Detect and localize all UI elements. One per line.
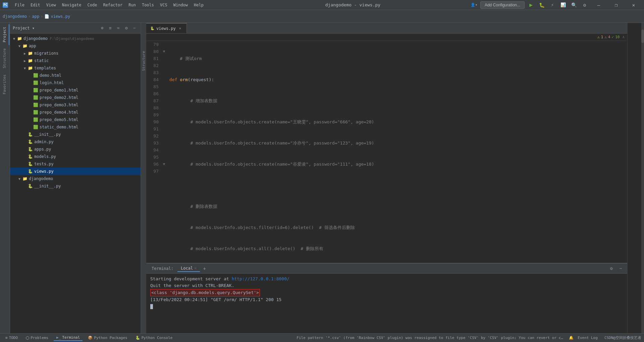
tree-item-login-html[interactable]: 🟩 login.html (10, 79, 141, 87)
py-init-file-icon: 🐍 (28, 132, 33, 137)
terminal-header: Terminal: Local ✕ + ⚙ − (146, 264, 627, 274)
html-file-icon: 🟩 (33, 88, 38, 93)
terminal-line-server: Starting development server at http://12… (150, 276, 623, 282)
minimize-button[interactable]: — (591, 0, 606, 10)
menu-vcs[interactable]: VCS (157, 2, 170, 8)
tree-item-prepo5[interactable]: 🟩 prepo_demo5.html (10, 116, 141, 123)
menu-edit[interactable]: Edit (28, 2, 43, 8)
folder-icon: 📁 (28, 58, 33, 63)
terminal-minimize-icon[interactable]: − (617, 265, 625, 272)
menu-refactor[interactable]: Refactor (100, 2, 125, 8)
collapse-all-icon[interactable]: ≂ (115, 25, 122, 32)
tab-close-button[interactable]: ✕ (178, 26, 182, 31)
terminal-body[interactable]: Starting development server at http://12… (146, 274, 627, 333)
tree-path: F:\Django\djangodemo (50, 37, 94, 41)
status-tab-console[interactable]: 🐍 Python Console (133, 335, 175, 341)
fold-btn-79[interactable] (161, 41, 167, 48)
tree-label: apps.py (34, 147, 51, 152)
structure-tab[interactable]: Structure (141, 50, 147, 72)
tree-item-models[interactable]: 🐍 models.py (10, 153, 141, 160)
tree-arrow: ▼ (11, 36, 17, 41)
code-content[interactable]: # 测试orm def orm(request): # 增加表数据 # mode… (167, 41, 627, 263)
tree-item-init-django[interactable]: 🐍 __init__.py (10, 182, 141, 190)
profile-button[interactable]: 📊 (559, 1, 568, 9)
tree-item-djangodemo-root[interactable]: ▼ 📁 djangodemo F:\Django\djangodemo (10, 35, 141, 42)
tree-item-tests[interactable]: 🐍 tests.py (10, 160, 141, 168)
problems-icon (26, 336, 29, 340)
breadcrumb-project[interactable]: djangodemo (3, 14, 27, 19)
tree-item-migrations[interactable]: ▶ 📁 migrations (10, 50, 141, 57)
tree-item-admin[interactable]: 🐍 admin.py (10, 138, 141, 146)
breadcrumb-app[interactable]: app (32, 14, 39, 19)
search-everywhere-button[interactable]: 🔍 (570, 1, 578, 9)
menu-bar: File Edit View Navigate Code Refactor Ru… (12, 2, 206, 8)
debug-button[interactable]: 🐛 (537, 1, 546, 9)
tree-item-prepo4[interactable]: 🟩 prepo_demo4.html (10, 109, 141, 116)
add-configuration-button[interactable]: Add Configuration... (480, 1, 525, 9)
event-log-icon[interactable]: 🔔 (569, 336, 574, 340)
terminal-settings-icon[interactable]: ⚙ (608, 265, 615, 272)
tree-item-app[interactable]: ▼ 📁 app (10, 42, 141, 50)
chevron-up-icon[interactable]: ∧ (622, 35, 625, 39)
terminal-tab-local[interactable]: Local ✕ (177, 265, 200, 272)
run-button[interactable]: ▶ (527, 1, 535, 9)
tree-label: prepo_demo1.html (40, 88, 78, 93)
settings-button[interactable]: ⚙ (580, 1, 589, 9)
menu-view[interactable]: View (44, 2, 59, 8)
terminal-tabs: Terminal: Local ✕ + (149, 265, 208, 272)
menu-window[interactable]: Window (171, 2, 191, 8)
maximize-button[interactable]: ❐ (608, 0, 624, 10)
tree-item-prepo3[interactable]: 🟩 prepo_demo3.html (10, 101, 141, 109)
tree-item-init-app[interactable]: 🐍 __init__.py (10, 131, 141, 138)
settings-icon[interactable]: ⚙ (123, 25, 130, 32)
tree-arrow: ▼ (22, 65, 28, 71)
status-tab-todo[interactable]: ≡ TODO (3, 335, 20, 341)
code-editor[interactable]: 79 80 81 82 83 84 85 86 87 88 89 90 91 9… (146, 41, 627, 263)
code-line-84: # models.UserInfo.objects.create(name="谷… (169, 161, 625, 168)
tree-item-djangodemo-sub[interactable]: ▼ 📁 djangodemo (10, 175, 141, 182)
menu-help[interactable]: Help (191, 2, 206, 8)
vertical-scrollbar-track[interactable] (641, 23, 644, 333)
menu-file[interactable]: File (12, 2, 27, 8)
terminal-add-button[interactable]: + (201, 265, 208, 272)
file-panel: Project ▾ ⊕ ≡ ≂ ⚙ − ▼ 📁 djangodemo F:\Dj… (10, 23, 141, 333)
status-tab-problems[interactable]: Problems (23, 335, 51, 341)
fold-btn-87 (161, 97, 167, 104)
vertical-scrollbar-thumb[interactable] (641, 30, 644, 43)
locate-file-icon[interactable]: ⊕ (99, 25, 106, 32)
menu-navigate[interactable]: Navigate (59, 2, 84, 8)
status-tab-packages[interactable]: 📦 Python Packages (85, 335, 130, 341)
tree-label: app (29, 44, 36, 48)
tree-item-apps[interactable]: 🐍 apps.py (10, 146, 141, 153)
sidebar-tab-favorites[interactable]: Favorites (0, 72, 9, 97)
status-tab-terminal[interactable]: ▶_ Terminal (54, 335, 83, 341)
tree-item-templates[interactable]: ▼ 📁 templates (10, 64, 141, 72)
tree-item-static[interactable]: ▶ 📁 static (10, 57, 141, 64)
menu-tools[interactable]: Tools (139, 2, 157, 8)
tree-arrow: ▶ (22, 58, 28, 63)
tree-item-prepo2[interactable]: 🟩 prepo_demo2.html (10, 94, 141, 101)
html-file-icon: 🟩 (33, 80, 38, 86)
hide-panel-icon[interactable]: − (131, 25, 138, 32)
menu-run[interactable]: Run (126, 2, 139, 8)
event-log-label[interactable]: Event Log (578, 336, 598, 340)
ok-icon: ✓ (612, 35, 614, 39)
menu-code[interactable]: Code (85, 2, 100, 8)
tree-item-prepo1[interactable]: 🟩 prepo_demo1.html (10, 87, 141, 94)
fold-btn-96[interactable]: ▼ (161, 161, 167, 168)
fold-btn-80[interactable]: ▼ (161, 48, 167, 55)
sidebar-tab-project[interactable]: Project (0, 24, 9, 45)
run-config-dropdown[interactable]: 👤▾ (470, 1, 478, 9)
close-button[interactable]: ✕ (626, 0, 641, 10)
tree-item-demo-html[interactable]: 🟩 demo.html (10, 72, 141, 79)
terminal-tab-close[interactable]: ✕ (194, 266, 197, 270)
tab-views-py[interactable]: 🐍 views.py ✕ (146, 23, 187, 33)
tree-item-views[interactable]: 🐍 views.py (10, 168, 141, 175)
coverage-button[interactable]: ⚡ (548, 1, 557, 9)
expand-all-icon[interactable]: ≡ (107, 25, 114, 32)
sidebar-tab-structure[interactable]: Structure (0, 46, 9, 71)
terminal-text-quit: Quit the server with CTRL-BREAK. (150, 283, 234, 288)
breadcrumb-file[interactable]: views.py (51, 14, 70, 19)
terminal-link-server[interactable]: http://127.0.0.1:8000/ (232, 276, 289, 281)
tree-item-static-demo[interactable]: 🟩 static_demo.html (10, 123, 141, 131)
